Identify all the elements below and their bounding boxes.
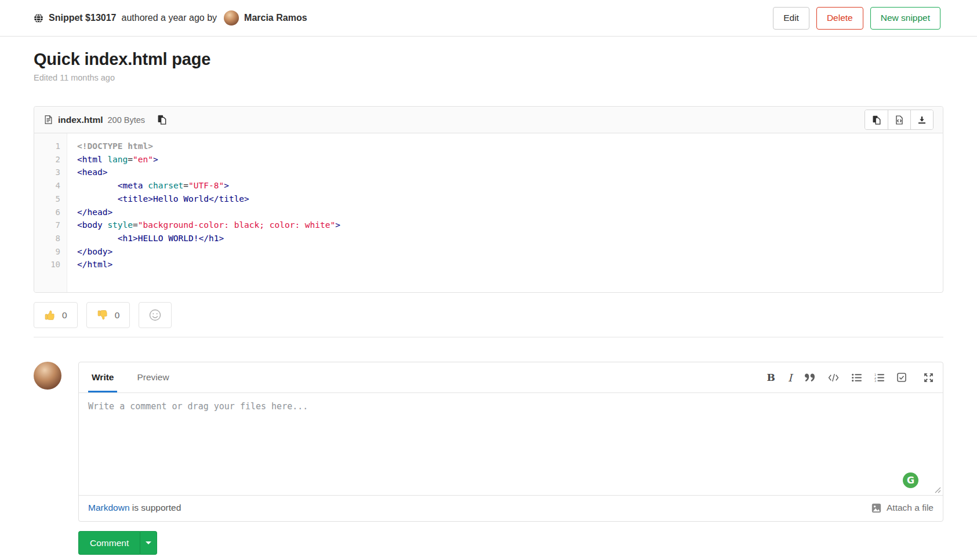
line-number[interactable]: 9 — [34, 245, 60, 259]
open-raw-button[interactable] — [888, 110, 910, 129]
authored-text: authored a year ago by — [122, 13, 217, 23]
markdown-note: Markdown is supported — [88, 503, 181, 513]
fullscreen-button[interactable] — [924, 373, 934, 383]
line-number[interactable]: 1 — [34, 140, 60, 153]
grammarly-icon[interactable]: G — [903, 472, 918, 488]
quote-icon — [805, 373, 815, 382]
author-name[interactable]: Marcia Ramos — [244, 13, 307, 23]
comment-section: Write Preview B I — [34, 362, 943, 522]
line-number[interactable]: 8 — [34, 232, 60, 245]
code-line: <!DOCTYPE html> — [77, 140, 943, 153]
code-line: <title>Hello World</title> — [77, 192, 943, 206]
code-block: 12345678910 <!DOCTYPE html><html lang="e… — [34, 133, 943, 292]
new-snippet-button[interactable]: New snippet — [870, 7, 940, 30]
code-line: <h1>HELLO WORLD!</h1> — [77, 232, 943, 245]
task-list-button[interactable] — [897, 373, 906, 382]
delete-button[interactable]: Delete — [816, 7, 863, 30]
code-button[interactable] — [828, 373, 839, 382]
snippet-content: Quick index.html page Edited 11 months a… — [0, 50, 977, 555]
file-size: 200 Bytes — [108, 115, 146, 125]
numbered-list-button[interactable]: 1 2 3 — [874, 373, 884, 382]
code-line: </body> — [77, 245, 943, 259]
markdown-link[interactable]: Markdown — [88, 503, 130, 512]
thumbsdown-button[interactable]: 0 — [86, 302, 130, 328]
code-line: <meta charset="UTF-8"> — [77, 179, 943, 192]
comment-submit-row: Comment — [78, 531, 943, 555]
italic-icon: I — [788, 372, 792, 384]
italic-button[interactable]: I — [788, 372, 792, 384]
snippet-header: Snippet $13017 authored a year ago by Ma… — [0, 0, 977, 37]
line-number[interactable]: 4 — [34, 179, 60, 192]
comment-input[interactable] — [79, 393, 943, 495]
line-number[interactable]: 6 — [34, 206, 60, 219]
thumbsup-button[interactable]: 0 — [34, 302, 78, 328]
bold-icon: B — [767, 372, 775, 383]
task-list-icon — [897, 373, 906, 382]
line-number[interactable]: 2 — [34, 153, 60, 166]
bullet-list-button[interactable] — [852, 373, 862, 382]
code-line: </head> — [77, 206, 943, 219]
chevron-down-icon — [146, 541, 151, 544]
attach-file-button[interactable]: Attach a file — [871, 503, 934, 513]
snippet-id: Snippet $13017 — [49, 13, 117, 23]
tab-preview[interactable]: Preview — [133, 362, 172, 392]
line-number[interactable]: 3 — [34, 166, 60, 179]
code-line: <body style="background-color: black; co… — [77, 219, 943, 232]
bullet-list-icon — [852, 373, 862, 382]
copy-icon — [157, 115, 167, 125]
markdown-header: Write Preview B I — [79, 362, 943, 393]
file-viewer: index.html 200 Bytes — [34, 106, 943, 293]
code-icon — [828, 373, 839, 382]
bold-button[interactable]: B — [767, 372, 775, 383]
globe-icon — [34, 13, 43, 23]
download-button[interactable] — [910, 110, 933, 129]
line-number[interactable]: 5 — [34, 192, 60, 206]
file-actions — [865, 110, 934, 130]
edit-button[interactable]: Edit — [773, 7, 809, 30]
comment-submit-button[interactable]: Comment — [78, 531, 140, 555]
code-document-icon — [895, 115, 904, 125]
thumbs-up-icon — [44, 309, 56, 321]
fullscreen-icon — [924, 373, 934, 383]
attach-file-label: Attach a file — [887, 503, 934, 513]
copy-contents-button[interactable] — [865, 110, 888, 129]
comment-input-area: G — [79, 393, 943, 496]
copy-icon — [872, 115, 881, 125]
markdown-toolbar: B I — [767, 362, 934, 392]
svg-text:3: 3 — [874, 379, 876, 381]
section-divider — [34, 337, 943, 337]
add-reaction-button[interactable] — [139, 302, 172, 328]
comment-form: Write Preview B I — [78, 362, 943, 522]
document-icon — [43, 115, 53, 125]
thumbsdown-count: 0 — [115, 310, 120, 321]
file-name: index.html — [58, 115, 103, 125]
comment-dropdown-toggle[interactable] — [140, 531, 157, 555]
line-number[interactable]: 7 — [34, 219, 60, 232]
line-number[interactable]: 10 — [34, 258, 60, 271]
resize-handle-icon[interactable] — [935, 487, 941, 493]
copy-file-path-button[interactable] — [157, 115, 167, 125]
markdown-note-rest: is supported — [130, 503, 181, 512]
file-header: index.html 200 Bytes — [34, 107, 943, 133]
code-line: </html> — [77, 258, 943, 271]
current-user-avatar — [34, 362, 61, 390]
tab-write[interactable]: Write — [88, 362, 117, 392]
code-lines: <!DOCTYPE html><html lang="en"><head> <m… — [67, 133, 943, 292]
snippet-actions: Edit Delete New snippet — [773, 7, 940, 30]
numbered-list-icon: 1 2 3 — [874, 373, 884, 382]
code-line: <head> — [77, 166, 943, 179]
comment-tabs: Write Preview — [88, 362, 173, 392]
award-emoji-row: 0 0 — [34, 302, 943, 328]
thumbs-down-icon — [97, 309, 109, 321]
smiley-icon — [149, 309, 161, 321]
file-meta: index.html 200 Bytes — [43, 115, 167, 125]
markdown-footer: Markdown is supported Attach a file — [79, 496, 943, 521]
code-line: <html lang="en"> — [77, 153, 943, 166]
download-icon — [917, 115, 927, 125]
edited-timestamp: Edited 11 months ago — [34, 73, 943, 82]
quote-button[interactable] — [805, 373, 815, 382]
snippet-meta: Snippet $13017 authored a year ago by Ma… — [34, 10, 307, 26]
thumbsup-count: 0 — [62, 310, 67, 321]
page-title: Quick index.html page — [34, 50, 943, 69]
author-avatar[interactable] — [224, 10, 239, 26]
